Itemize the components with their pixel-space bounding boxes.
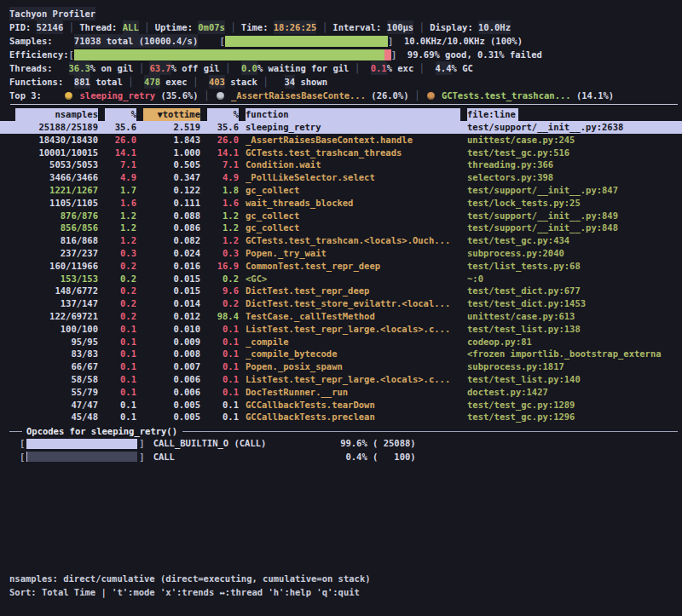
text-segment xyxy=(393,34,404,48)
on-gil-pct: 36.3 xyxy=(69,61,90,75)
table-row[interactable]: 66/670.10.0070.1Popen._posix_spawnsubpro… xyxy=(0,360,682,373)
direct-pct-cell: 0.1 xyxy=(105,336,136,348)
cum-pct-cell: 1.2 xyxy=(207,222,239,234)
text-segment: % GC xyxy=(452,61,473,75)
silver-medal-icon xyxy=(217,92,224,100)
opcode-bar xyxy=(26,452,137,462)
interval-label: Interval: xyxy=(332,20,386,34)
table-row[interactable]: 100/1000.10.0100.1ListTest.test_repr_lar… xyxy=(0,323,682,336)
direct-pct-cell: 0.2 xyxy=(105,260,136,273)
nsamples-cell: 153/153 xyxy=(15,273,98,285)
nsamples-cell: 25188/25189 xyxy=(15,121,98,134)
direct-pct-cell: 0.1 xyxy=(105,323,136,336)
table-row[interactable]: 876/8761.20.0881.2gc_collecttest/support… xyxy=(0,210,682,222)
cum-pct-cell: 1.2 xyxy=(207,234,239,247)
table-row[interactable]: 83/830.10.0080.1_compile_bytecode<frozen… xyxy=(0,348,682,360)
table-row[interactable]: 160/119660.20.01616.9CommonTest.test_rep… xyxy=(0,260,682,273)
table-row[interactable]: 816/8681.20.0821.2GCTests.test_trashcan.… xyxy=(0,234,682,247)
direct-pct-cell: 26.0 xyxy=(105,134,136,147)
thread-value: ALL xyxy=(123,20,139,34)
nsamples-cell: 45/48 xyxy=(15,411,98,423)
table-row[interactable]: 25188/2518935.62.51935.6sleeping_retryte… xyxy=(0,121,682,134)
cum-pct-cell: 0.3 xyxy=(207,247,239,260)
table-row[interactable]: 55/790.10.0060.1DocTestRunner.__rundocte… xyxy=(0,386,682,399)
cum-pct-cell: 0.1 xyxy=(207,373,239,386)
direct-pct-cell: 0.2 xyxy=(105,273,136,285)
text-segment xyxy=(230,61,241,75)
text-segment: stack xyxy=(225,75,263,89)
functions-label: Functions: xyxy=(9,75,74,89)
table-row[interactable]: 153/1530.20.0150.2<GC>~:0 xyxy=(0,273,682,285)
threads-line: Threads: 36.3% on gil │ 63.7% off gil │ … xyxy=(9,61,678,75)
table-row[interactable]: 122/697210.20.01298.4TestCase._callTestM… xyxy=(0,310,682,323)
time-label: Time: xyxy=(241,20,274,34)
nsamples-cell: 10001/10015 xyxy=(15,147,98,159)
tottime-cell: 0.082 xyxy=(143,234,200,247)
text-segment xyxy=(198,34,219,48)
table-row[interactable]: 95/950.10.0090.1_compilecodeop.py:81 xyxy=(0,336,682,348)
text-segment xyxy=(209,89,214,102)
direct-pct-cell: 35.6 xyxy=(105,121,136,134)
direct-pct-cell: 0.2 xyxy=(105,285,136,297)
file-line-cell: threading.py:366 xyxy=(467,158,678,171)
function-cell: DocTestRunner.__run xyxy=(246,386,460,399)
table-row[interactable]: 1221/12671.70.1221.8gc_collecttest/suppo… xyxy=(0,184,682,197)
pid-value: 52146 xyxy=(37,20,64,34)
text-segment: │ xyxy=(63,20,79,34)
table-row[interactable]: 45/480.10.0050.1GCCallbackTests.preclean… xyxy=(0,411,682,423)
text-segment xyxy=(198,75,209,89)
col-header-nsamples[interactable]: nsamples xyxy=(15,108,98,121)
opcodes-panel: Opcodes for sleeping_retry() []CALL_BUIL… xyxy=(9,425,678,463)
table-row[interactable]: 47/470.10.0050.1GCCallbackTests.tearDown… xyxy=(0,399,682,412)
table-row[interactable]: 1105/11051.60.1111.6wait_threads_blocked… xyxy=(0,197,682,210)
opcodes-title-row: Opcodes for sleeping_retry() xyxy=(9,425,678,437)
function-cell: Popen._posix_spawn xyxy=(246,360,460,373)
table-row[interactable]: 148/67720.20.0159.6DictTest.test_repr_de… xyxy=(0,285,682,297)
stack-count: 403 xyxy=(209,75,225,89)
uptime-label: Uptime: xyxy=(155,20,199,34)
tottime-cell: 0.111 xyxy=(143,197,200,210)
col-header-cum-pct[interactable]: % xyxy=(207,108,239,121)
cum-pct-cell: 0.1 xyxy=(207,386,239,399)
efficiency-label: Efficiency: xyxy=(9,48,69,61)
nsamples-cell: 100/100 xyxy=(15,323,98,336)
exec-count: 478 xyxy=(144,75,160,89)
tottime-cell: 0.009 xyxy=(143,336,200,348)
opcode-name: CALL xyxy=(145,451,315,464)
function-cell: ListTest.test_repr_large.<locals>.c... xyxy=(246,323,460,336)
table-row[interactable]: 3466/34664.90.3474.9_PollLikeSelector.se… xyxy=(0,171,682,184)
table-row[interactable]: 10001/1001514.11.00014.1GCTests.test_tra… xyxy=(0,147,682,159)
app-title: Tachyon Profiler xyxy=(9,7,95,20)
cum-pct-cell: 4.9 xyxy=(207,171,239,184)
file-line-cell: unittest/case.py:613 xyxy=(467,310,678,323)
cum-pct-cell: 26.0 xyxy=(207,134,239,147)
table-row[interactable]: 58/580.10.0060.1ListTest.test_repr_large… xyxy=(0,373,682,386)
text-segment: % exc xyxy=(387,61,419,75)
tottime-cell: 0.016 xyxy=(143,260,200,273)
col-header-file-line[interactable]: file:line xyxy=(467,108,518,121)
col-header-tottime-sorted[interactable]: ▼tottime xyxy=(143,108,200,121)
col-header-function[interactable]: function xyxy=(246,108,460,121)
col-header-direct-pct[interactable]: % xyxy=(105,108,136,121)
table-row[interactable]: 856/8561.20.0861.2gc_collecttest/support… xyxy=(0,222,682,234)
cum-pct-cell: 0.1 xyxy=(207,323,239,336)
table-row[interactable]: 237/2370.30.0240.3Popen._try_waitsubproc… xyxy=(0,247,682,260)
tottime-cell: 0.122 xyxy=(143,184,200,197)
top1-name: sleeping_retry xyxy=(80,89,156,102)
direct-pct-cell: 1.7 xyxy=(105,184,136,197)
uptime-value: 0m07s xyxy=(198,20,225,34)
text-segment: exec xyxy=(160,75,193,89)
table-row[interactable]: 5053/50537.10.5057.1Condition.waitthread… xyxy=(0,158,682,171)
waiting-gil-pct: 0.0 xyxy=(241,61,257,75)
gold-medal-icon xyxy=(65,92,72,100)
tottime-cell: 0.006 xyxy=(143,373,200,386)
nsamples-cell: 5053/5053 xyxy=(15,158,98,171)
table-row[interactable]: 137/1470.20.0140.2DictTest.test_store_ev… xyxy=(0,297,682,310)
samples-label: Samples: xyxy=(9,34,74,48)
cum-pct-cell: 9.6 xyxy=(207,285,239,297)
text-segment xyxy=(425,61,436,75)
table-row[interactable]: 18430/1843026.01.84326.0_AssertRaisesBas… xyxy=(0,134,682,147)
thread-label: Thread: xyxy=(79,20,123,34)
text-segment: │ xyxy=(316,20,332,34)
opcode-pct: 0.4% ( 100) xyxy=(315,451,416,464)
